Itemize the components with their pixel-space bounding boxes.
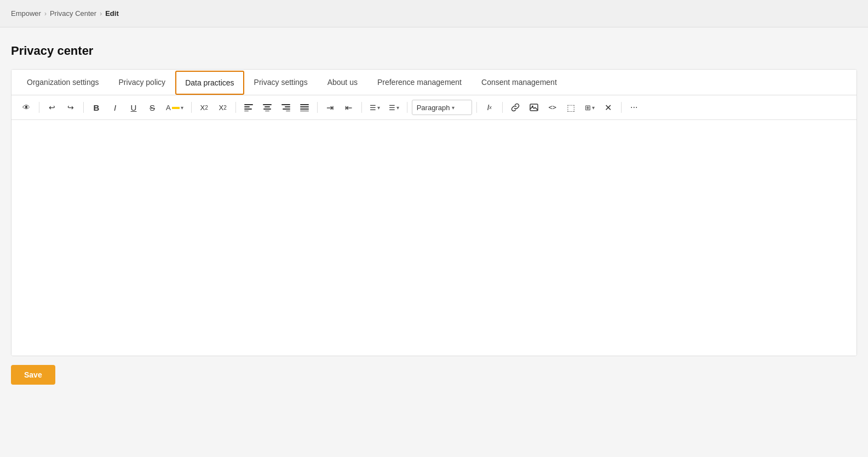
svg-rect-12	[300, 104, 309, 105]
align-right-button[interactable]	[278, 100, 294, 115]
svg-rect-15	[300, 111, 309, 111]
sep-5	[317, 102, 318, 113]
ordered-list-icon: ☰	[389, 104, 395, 112]
breadcrumb: Empower › Privacy Center › Edit	[11, 9, 119, 18]
table-arrow: ▾	[592, 105, 595, 111]
breadcrumb-edit: Edit	[105, 9, 119, 18]
tabs-nav: Organization settings Privacy policy Dat…	[12, 70, 856, 95]
svg-rect-14	[300, 108, 309, 110]
remove-button[interactable]: ✕	[600, 100, 617, 115]
sep-2	[83, 102, 84, 113]
highlight-arrow: ▾	[181, 105, 183, 111]
sep-4	[235, 102, 236, 113]
tabs-container: Organization settings Privacy policy Dat…	[11, 69, 857, 356]
tab-about-us[interactable]: About us	[318, 70, 367, 95]
superscript-button[interactable]: X2	[215, 100, 231, 115]
tab-org-settings[interactable]: Organization settings	[17, 70, 109, 95]
svg-rect-7	[265, 111, 269, 111]
link-button[interactable]	[507, 100, 524, 115]
ordered-list-arrow: ▾	[396, 105, 399, 111]
svg-rect-10	[283, 108, 290, 110]
selection-button[interactable]: ⬚	[563, 100, 579, 115]
sep-3	[191, 102, 192, 113]
redo-button[interactable]: ↪	[62, 100, 79, 115]
main-content: Privacy center Organization settings Pri…	[0, 27, 868, 457]
bullet-list-dropdown[interactable]: ☰ ▾	[366, 100, 383, 115]
undo-button[interactable]: ↩	[44, 100, 60, 115]
tab-privacy-settings[interactable]: Privacy settings	[244, 70, 318, 95]
svg-rect-2	[244, 108, 252, 110]
svg-rect-11	[286, 111, 290, 111]
ordered-list-dropdown[interactable]: ☰ ▾	[386, 100, 403, 115]
subscript-button[interactable]: X2	[196, 100, 212, 115]
clear-format-button[interactable]: Ix	[481, 100, 498, 115]
svg-rect-8	[281, 104, 290, 105]
svg-rect-6	[263, 108, 271, 110]
align-justify-button[interactable]	[296, 100, 313, 115]
bullet-list-arrow: ▾	[377, 105, 380, 111]
breadcrumb-sep-1: ›	[44, 10, 47, 18]
svg-rect-5	[265, 106, 270, 107]
table-dropdown[interactable]: ⊞ ▾	[582, 100, 598, 115]
svg-rect-4	[263, 104, 272, 105]
table-icon: ⊞	[585, 104, 591, 112]
tab-consent-management[interactable]: Consent management	[472, 70, 567, 95]
bullet-list-icon: ☰	[370, 104, 376, 112]
top-bar: Empower › Privacy Center › Edit	[0, 0, 868, 27]
align-left-button[interactable]	[240, 100, 257, 115]
more-button[interactable]: ···	[626, 100, 642, 115]
sep-10	[621, 102, 622, 113]
align-center-button[interactable]	[259, 100, 275, 115]
breadcrumb-empower[interactable]: Empower	[11, 9, 41, 18]
svg-rect-3	[244, 111, 249, 111]
paragraph-arrow: ▾	[452, 105, 455, 111]
svg-rect-13	[300, 106, 309, 107]
sep-8	[476, 102, 477, 113]
paragraph-label: Paragraph	[417, 104, 450, 112]
image-button[interactable]	[526, 100, 542, 115]
breadcrumb-sep-2: ›	[100, 10, 102, 18]
editor-content[interactable]	[12, 120, 856, 356]
sep-9	[502, 102, 503, 113]
sep-1	[39, 102, 39, 113]
tab-privacy-policy[interactable]: Privacy policy	[109, 70, 176, 95]
code-button[interactable]: <>	[544, 100, 561, 115]
tab-preference-management[interactable]: Preference management	[367, 70, 472, 95]
highlight-dropdown[interactable]: A ▾	[163, 100, 187, 115]
strikethrough-button[interactable]: S	[144, 100, 160, 115]
tab-data-practices[interactable]: Data practices	[175, 71, 244, 95]
svg-rect-1	[244, 106, 250, 107]
indent-decrease-button[interactable]: ⇤	[341, 100, 357, 115]
italic-button[interactable]: I	[107, 100, 123, 115]
preview-button[interactable]: 👁	[18, 100, 35, 115]
breadcrumb-privacy-center[interactable]: Privacy Center	[50, 9, 96, 18]
indent-increase-button[interactable]: ⇥	[322, 100, 338, 115]
svg-rect-9	[285, 106, 290, 107]
bold-button[interactable]: B	[88, 100, 105, 115]
sep-6	[361, 102, 362, 113]
sep-7	[407, 102, 407, 113]
svg-rect-0	[244, 104, 253, 105]
highlight-icon: A	[166, 104, 171, 112]
save-button[interactable]: Save	[11, 365, 55, 385]
page-title: Privacy center	[11, 44, 857, 58]
highlight-swatch	[172, 107, 180, 109]
paragraph-dropdown[interactable]: Paragraph ▾	[412, 100, 472, 115]
editor-toolbar: 👁 ↩ ↪ B I U S A ▾ X2 X2	[12, 95, 856, 120]
underline-button[interactable]: U	[125, 100, 142, 115]
